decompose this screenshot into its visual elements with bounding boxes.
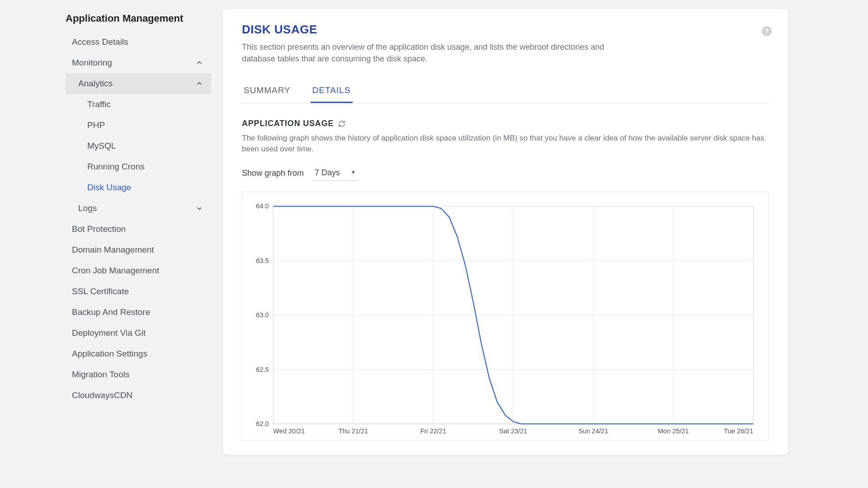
- usage-chart: 64.063.563.062.562.0Wed 20/21Thu 21/21Fr…: [242, 192, 769, 441]
- sidebar-item-label: Application Settings: [72, 349, 147, 359]
- caret-down-icon: ▼: [351, 169, 356, 175]
- sidebar-item-monitoring[interactable]: Monitoring: [66, 52, 211, 73]
- svg-text:62.0: 62.0: [256, 420, 269, 427]
- chevron-down-icon: [196, 205, 203, 212]
- svg-text:Wed 20/21: Wed 20/21: [273, 427, 305, 435]
- sidebar-item-label: Deployment Via Git: [72, 328, 146, 338]
- section-description: The following graph shows the history of…: [242, 133, 769, 155]
- svg-text:Thu 21/21: Thu 21/21: [339, 427, 368, 435]
- svg-text:63.0: 63.0: [256, 311, 269, 319]
- sidebar-item-php[interactable]: PHP: [66, 115, 211, 136]
- sidebar-item-ssl-certificate[interactable]: SSL Certificate: [66, 281, 211, 302]
- sidebar-item-mysql[interactable]: MySQL: [66, 136, 211, 156]
- sidebar-item-label: Cron Job Management: [72, 266, 159, 276]
- page-title: DISK USAGE: [242, 23, 769, 37]
- page-description: This section presents an overview of the…: [242, 41, 626, 65]
- main-card: ? DISK USAGE This section presents an ov…: [223, 9, 788, 455]
- range-select[interactable]: 7 Days ▼: [313, 166, 358, 181]
- tab-details[interactable]: DETAILS: [311, 85, 353, 103]
- sidebar-item-label: Analytics: [78, 79, 113, 89]
- svg-text:63.5: 63.5: [256, 257, 269, 264]
- sidebar: Application Management Access Details Mo…: [66, 9, 211, 455]
- sidebar-item-label: Logs: [78, 203, 97, 213]
- svg-text:64.0: 64.0: [256, 202, 269, 210]
- sidebar-item-cron-job-management[interactable]: Cron Job Management: [66, 260, 211, 281]
- sidebar-item-label: Migration Tools: [72, 370, 129, 380]
- sidebar-item-label: CloudwaysCDN: [72, 390, 132, 400]
- sidebar-item-migration-tools[interactable]: Migration Tools: [66, 364, 211, 385]
- sidebar-item-bot-protection[interactable]: Bot Protection: [66, 219, 211, 239]
- sidebar-item-cloudways-cdn[interactable]: CloudwaysCDN: [66, 385, 211, 406]
- sidebar-item-logs[interactable]: Logs: [66, 198, 211, 219]
- sidebar-item-label: Disk Usage: [87, 183, 131, 192]
- help-icon[interactable]: ?: [762, 26, 772, 36]
- sidebar-item-access-details[interactable]: Access Details: [66, 32, 211, 52]
- sidebar-item-analytics[interactable]: Analytics: [66, 73, 211, 94]
- sidebar-item-backup-restore[interactable]: Backup And Restore: [66, 302, 211, 323]
- chart-svg: 64.063.563.062.562.0Wed 20/21Thu 21/21Fr…: [249, 200, 758, 437]
- sidebar-item-label: Backup And Restore: [72, 307, 150, 317]
- svg-text:Sun 24/21: Sun 24/21: [578, 427, 608, 435]
- chevron-up-icon: [196, 80, 203, 87]
- svg-text:62.5: 62.5: [256, 366, 269, 373]
- sidebar-item-application-settings[interactable]: Application Settings: [66, 343, 211, 364]
- sidebar-item-disk-usage[interactable]: Disk Usage: [66, 177, 211, 198]
- range-label: Show graph from: [242, 169, 304, 178]
- sidebar-item-label: MySQL: [87, 141, 116, 151]
- tab-summary[interactable]: SUMMARY: [242, 85, 292, 103]
- sidebar-item-label: Running Crons: [87, 162, 145, 172]
- sidebar-item-traffic[interactable]: Traffic: [66, 94, 211, 115]
- sidebar-item-label: Domain Management: [72, 245, 154, 255]
- svg-text:Sat 23/21: Sat 23/21: [499, 427, 527, 435]
- sidebar-title: Application Management: [66, 9, 211, 32]
- tab-bar: SUMMARY DETAILS: [242, 85, 769, 103]
- chevron-up-icon: [196, 59, 203, 66]
- sidebar-item-label: Access Details: [72, 37, 128, 47]
- sidebar-item-label: PHP: [87, 120, 105, 130]
- range-value: 7 Days: [315, 168, 340, 178]
- refresh-icon[interactable]: [338, 120, 345, 127]
- section-title: APPLICATION USAGE: [242, 119, 334, 128]
- svg-text:Fri 22/21: Fri 22/21: [420, 427, 446, 435]
- sidebar-item-label: Monitoring: [72, 58, 112, 68]
- sidebar-item-label: Traffic: [87, 99, 111, 109]
- sidebar-item-running-crons[interactable]: Running Crons: [66, 156, 211, 177]
- svg-text:Tue 26/21: Tue 26/21: [724, 427, 753, 435]
- sidebar-item-label: SSL Certificate: [72, 286, 129, 296]
- sidebar-item-deployment-git[interactable]: Deployment Via Git: [66, 323, 211, 343]
- svg-text:Mon 25/21: Mon 25/21: [658, 427, 689, 435]
- sidebar-item-domain-management[interactable]: Domain Management: [66, 239, 211, 260]
- sidebar-item-label: Bot Protection: [72, 224, 126, 234]
